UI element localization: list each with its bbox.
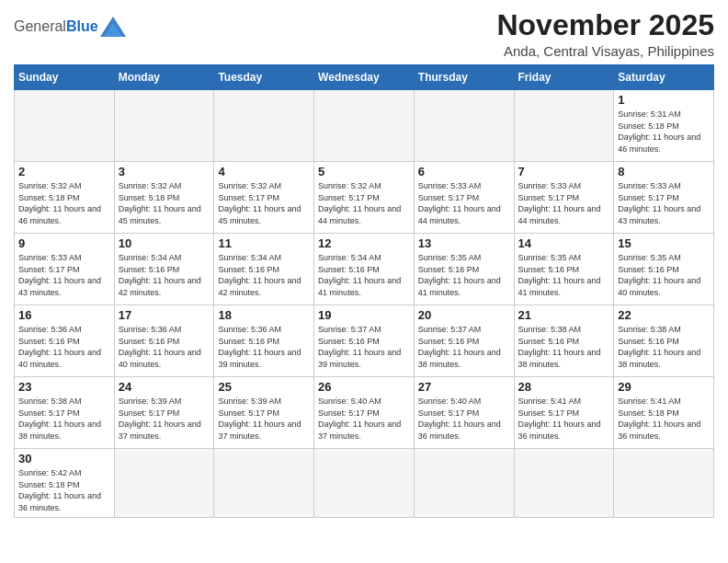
day-number: 29 xyxy=(618,380,710,394)
calendar-cell xyxy=(214,449,314,517)
calendar-cell: 9Sunrise: 5:33 AMSunset: 5:17 PMDaylight… xyxy=(15,234,115,305)
day-info: Sunrise: 5:35 AMSunset: 5:16 PMDaylight:… xyxy=(418,252,510,298)
week-row-6: 30Sunrise: 5:42 AMSunset: 5:18 PMDayligh… xyxy=(15,449,714,517)
week-row-3: 9Sunrise: 5:33 AMSunset: 5:17 PMDaylight… xyxy=(15,234,714,305)
calendar-cell xyxy=(414,90,514,162)
day-number: 1 xyxy=(618,93,710,107)
day-info: Sunrise: 5:40 AMSunset: 5:17 PMDaylight:… xyxy=(418,396,510,442)
day-number: 27 xyxy=(418,380,510,394)
calendar-cell xyxy=(114,90,214,162)
logo-icon xyxy=(100,17,126,37)
calendar-cell: 4Sunrise: 5:32 AMSunset: 5:17 PMDaylight… xyxy=(214,162,314,234)
day-number: 30 xyxy=(18,452,110,465)
day-info: Sunrise: 5:33 AMSunset: 5:17 PMDaylight:… xyxy=(418,180,510,226)
day-number: 25 xyxy=(218,380,310,394)
weekday-header-row: SundayMondayTuesdayWednesdayThursdayFrid… xyxy=(15,65,714,90)
day-info: Sunrise: 5:39 AMSunset: 5:17 PMDaylight:… xyxy=(218,396,310,442)
day-number: 12 xyxy=(318,236,410,250)
calendar-cell: 10Sunrise: 5:34 AMSunset: 5:16 PMDayligh… xyxy=(114,234,214,305)
day-number: 15 xyxy=(618,236,710,250)
title-area: November 2025 Anda, Central Visayas, Phi… xyxy=(496,9,714,59)
week-row-1: 1Sunrise: 5:31 AMSunset: 5:18 PMDaylight… xyxy=(15,90,714,162)
day-number: 6 xyxy=(418,165,510,178)
page-header: General Blue November 2025 Anda, Central… xyxy=(14,9,714,59)
weekday-header-wednesday: Wednesday xyxy=(314,65,415,90)
day-info: Sunrise: 5:35 AMSunset: 5:16 PMDaylight:… xyxy=(618,252,710,298)
calendar-cell: 27Sunrise: 5:40 AMSunset: 5:17 PMDayligh… xyxy=(414,377,514,449)
calendar-cell xyxy=(114,449,214,517)
week-row-2: 2Sunrise: 5:32 AMSunset: 5:18 PMDaylight… xyxy=(15,162,714,234)
weekday-header-sunday: Sunday xyxy=(15,65,115,90)
calendar-cell: 6Sunrise: 5:33 AMSunset: 5:17 PMDaylight… xyxy=(414,162,514,234)
day-info: Sunrise: 5:42 AMSunset: 5:18 PMDaylight:… xyxy=(18,467,110,513)
weekday-header-monday: Monday xyxy=(114,65,214,90)
day-number: 2 xyxy=(18,165,110,178)
calendar-cell: 5Sunrise: 5:32 AMSunset: 5:17 PMDaylight… xyxy=(314,162,415,234)
day-info: Sunrise: 5:35 AMSunset: 5:16 PMDaylight:… xyxy=(518,252,610,298)
calendar-cell xyxy=(514,90,614,162)
day-info: Sunrise: 5:32 AMSunset: 5:18 PMDaylight:… xyxy=(18,180,110,226)
day-info: Sunrise: 5:38 AMSunset: 5:16 PMDaylight:… xyxy=(618,324,710,370)
day-number: 7 xyxy=(518,165,610,178)
calendar-cell: 11Sunrise: 5:34 AMSunset: 5:16 PMDayligh… xyxy=(214,234,314,305)
calendar-cell: 30Sunrise: 5:42 AMSunset: 5:18 PMDayligh… xyxy=(15,449,115,517)
calendar-cell: 14Sunrise: 5:35 AMSunset: 5:16 PMDayligh… xyxy=(514,234,614,305)
day-number: 28 xyxy=(518,380,610,394)
day-info: Sunrise: 5:32 AMSunset: 5:17 PMDaylight:… xyxy=(218,180,310,226)
day-number: 18 xyxy=(218,308,310,322)
day-info: Sunrise: 5:36 AMSunset: 5:16 PMDaylight:… xyxy=(18,324,110,370)
day-number: 16 xyxy=(18,308,110,322)
day-number: 11 xyxy=(218,236,310,250)
day-info: Sunrise: 5:33 AMSunset: 5:17 PMDaylight:… xyxy=(18,252,110,298)
day-number: 14 xyxy=(518,236,610,250)
week-row-4: 16Sunrise: 5:36 AMSunset: 5:16 PMDayligh… xyxy=(15,305,714,377)
calendar-table: SundayMondayTuesdayWednesdayThursdayFrid… xyxy=(14,64,714,517)
calendar-cell xyxy=(514,449,614,517)
calendar-cell: 1Sunrise: 5:31 AMSunset: 5:18 PMDaylight… xyxy=(614,90,714,162)
week-row-5: 23Sunrise: 5:38 AMSunset: 5:17 PMDayligh… xyxy=(15,377,714,449)
logo-blue-text: Blue xyxy=(66,18,98,35)
day-number: 24 xyxy=(119,380,210,394)
day-number: 3 xyxy=(119,165,210,178)
calendar-cell: 22Sunrise: 5:38 AMSunset: 5:16 PMDayligh… xyxy=(614,305,714,377)
calendar-cell: 23Sunrise: 5:38 AMSunset: 5:17 PMDayligh… xyxy=(15,377,115,449)
day-info: Sunrise: 5:38 AMSunset: 5:17 PMDaylight:… xyxy=(18,396,110,442)
calendar-cell: 16Sunrise: 5:36 AMSunset: 5:16 PMDayligh… xyxy=(15,305,115,377)
day-number: 5 xyxy=(318,165,410,178)
calendar-cell: 26Sunrise: 5:40 AMSunset: 5:17 PMDayligh… xyxy=(314,377,415,449)
weekday-header-saturday: Saturday xyxy=(614,65,714,90)
day-info: Sunrise: 5:33 AMSunset: 5:17 PMDaylight:… xyxy=(618,180,710,226)
day-info: Sunrise: 5:31 AMSunset: 5:18 PMDaylight:… xyxy=(618,109,710,155)
calendar-cell xyxy=(214,90,314,162)
calendar-cell xyxy=(15,90,115,162)
day-number: 9 xyxy=(18,236,110,250)
day-info: Sunrise: 5:36 AMSunset: 5:16 PMDaylight:… xyxy=(119,324,210,370)
calendar-cell: 2Sunrise: 5:32 AMSunset: 5:18 PMDaylight… xyxy=(15,162,115,234)
day-number: 26 xyxy=(318,380,410,394)
day-info: Sunrise: 5:39 AMSunset: 5:17 PMDaylight:… xyxy=(119,396,210,442)
day-number: 19 xyxy=(318,308,410,322)
day-info: Sunrise: 5:38 AMSunset: 5:16 PMDaylight:… xyxy=(518,324,610,370)
calendar-cell: 18Sunrise: 5:36 AMSunset: 5:16 PMDayligh… xyxy=(214,305,314,377)
month-title: November 2025 xyxy=(496,9,714,41)
calendar-cell: 29Sunrise: 5:41 AMSunset: 5:18 PMDayligh… xyxy=(614,377,714,449)
calendar-cell: 17Sunrise: 5:36 AMSunset: 5:16 PMDayligh… xyxy=(114,305,214,377)
calendar-cell xyxy=(314,449,415,517)
day-number: 4 xyxy=(218,165,310,178)
calendar-cell xyxy=(614,449,714,517)
logo: General Blue xyxy=(14,17,126,37)
logo-area: General Blue xyxy=(14,9,126,37)
day-info: Sunrise: 5:37 AMSunset: 5:16 PMDaylight:… xyxy=(318,324,410,370)
day-info: Sunrise: 5:41 AMSunset: 5:17 PMDaylight:… xyxy=(518,396,610,442)
calendar-cell: 13Sunrise: 5:35 AMSunset: 5:16 PMDayligh… xyxy=(414,234,514,305)
calendar-cell: 3Sunrise: 5:32 AMSunset: 5:18 PMDaylight… xyxy=(114,162,214,234)
calendar-cell: 19Sunrise: 5:37 AMSunset: 5:16 PMDayligh… xyxy=(314,305,415,377)
day-info: Sunrise: 5:36 AMSunset: 5:16 PMDaylight:… xyxy=(218,324,310,370)
calendar-cell: 8Sunrise: 5:33 AMSunset: 5:17 PMDaylight… xyxy=(614,162,714,234)
day-number: 20 xyxy=(418,308,510,322)
day-number: 13 xyxy=(418,236,510,250)
calendar-cell: 21Sunrise: 5:38 AMSunset: 5:16 PMDayligh… xyxy=(514,305,614,377)
calendar-cell: 20Sunrise: 5:37 AMSunset: 5:16 PMDayligh… xyxy=(414,305,514,377)
location-title: Anda, Central Visayas, Philippines xyxy=(496,43,714,59)
day-number: 17 xyxy=(119,308,210,322)
